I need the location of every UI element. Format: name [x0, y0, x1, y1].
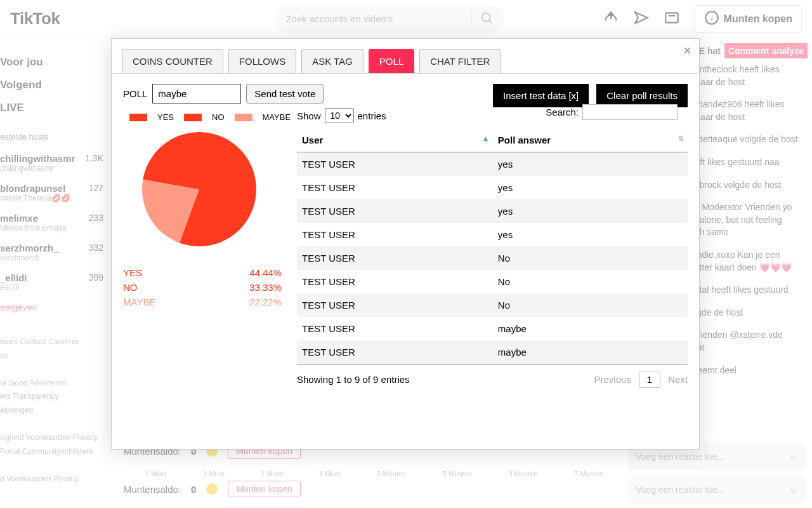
- table-row: TEST USERNo: [297, 293, 688, 317]
- table-search: Search:: [546, 104, 678, 120]
- page-number[interactable]: 1: [639, 371, 660, 388]
- cell-answer: maybe: [493, 317, 688, 340]
- cell-user: TEST USER: [297, 152, 493, 177]
- showing-text: Showing 1 to 9 of 9 entries: [297, 374, 410, 385]
- close-icon[interactable]: ×: [683, 43, 691, 59]
- cell-answer: yes: [493, 152, 688, 177]
- tab-poll[interactable]: POLL: [369, 49, 414, 73]
- tab-chat-filter[interactable]: CHAT FILTER: [419, 49, 501, 73]
- poll-text-input[interactable]: [152, 84, 241, 104]
- table-row: TEST USERyes: [297, 176, 688, 199]
- table-row: TEST USERNo: [297, 246, 688, 270]
- col-user-label: User: [302, 135, 323, 145]
- table-row: TEST USERmaybe: [297, 340, 688, 364]
- search-label: Search:: [546, 107, 579, 117]
- next-button[interactable]: Next: [668, 374, 688, 385]
- legend-swatch-maybe: [235, 114, 252, 121]
- cell-answer: yes: [493, 223, 688, 246]
- cell-user: TEST USER: [297, 270, 493, 293]
- cell-answer: No: [493, 293, 688, 317]
- cell-user: TEST USER: [297, 199, 493, 223]
- entries-select[interactable]: 10: [325, 108, 354, 123]
- col-answer[interactable]: Poll answer⇅: [493, 128, 688, 152]
- pct-value-yes: 44.44%: [249, 267, 282, 278]
- sort-icon: ⇅: [678, 135, 684, 143]
- prev-button[interactable]: Previous: [594, 374, 631, 385]
- table-row: TEST USERyes: [297, 199, 688, 223]
- poll-results-table: User▲ Poll answer⇅ TEST USERyesTEST USER…: [297, 128, 688, 364]
- tab-follows[interactable]: FOLLOWS: [228, 49, 296, 73]
- legend-maybe: MAYBE: [263, 112, 291, 122]
- table-search-input[interactable]: [582, 104, 678, 120]
- pie-chart: [142, 132, 256, 246]
- legend-swatch-yes: [129, 114, 147, 121]
- modal-tabs: COINS COUNTER FOLLOWS ASK TAG POLL CHAT …: [112, 39, 699, 73]
- pager: Previous 1 Next: [594, 371, 688, 388]
- table-row: TEST USERyes: [297, 152, 688, 177]
- pct-value-maybe: 22.22%: [249, 297, 282, 307]
- cell-answer: maybe: [493, 340, 688, 364]
- pct-label-maybe: MAYBE: [123, 297, 155, 307]
- legend-no: NO: [212, 112, 225, 122]
- cell-answer: yes: [493, 199, 688, 223]
- sort-asc-icon: ▲: [482, 135, 489, 142]
- show-label: Show: [297, 110, 321, 121]
- table-row: TEST USERyes: [297, 223, 688, 246]
- entries-label: entries: [358, 110, 386, 121]
- cell-answer: No: [493, 246, 688, 270]
- tab-coins-counter[interactable]: COINS COUNTER: [122, 49, 223, 73]
- cell-answer: yes: [493, 176, 688, 199]
- cell-user: TEST USER: [297, 340, 493, 364]
- modal-body: Insert test data [x] Clear poll results …: [113, 73, 698, 445]
- pct-value-no: 33.33%: [249, 282, 282, 293]
- cell-user: TEST USER: [297, 223, 493, 246]
- cell-answer: No: [493, 270, 688, 293]
- pct-label-yes: YES: [123, 267, 142, 278]
- percentage-list: YES44.44% NO33.33% MAYBE22.22%: [123, 265, 282, 309]
- table-row: TEST USERNo: [297, 270, 688, 293]
- col-user[interactable]: User▲: [297, 128, 493, 152]
- send-test-vote-button[interactable]: Send test vote: [246, 84, 324, 104]
- cell-user: TEST USER: [297, 317, 493, 340]
- cell-user: TEST USER: [297, 176, 493, 199]
- poll-label: POLL: [123, 88, 147, 99]
- legend-swatch-no: [184, 114, 202, 121]
- pct-label-no: NO: [123, 282, 138, 293]
- poll-modal: × COINS COUNTER FOLLOWS ASK TAG POLL CHA…: [111, 38, 700, 450]
- table-footer: Showing 1 to 9 of 9 entries Previous 1 N…: [297, 371, 688, 388]
- col-answer-label: Poll answer: [498, 135, 551, 145]
- table-pane: Show 10 entries Search: User▲ Poll answe…: [297, 108, 688, 388]
- cell-user: TEST USER: [297, 293, 493, 317]
- tab-ask-tag[interactable]: ASK TAG: [301, 49, 363, 73]
- cell-user: TEST USER: [297, 246, 493, 270]
- table-row: TEST USERmaybe: [297, 317, 688, 340]
- legend-yes: YES: [157, 112, 174, 122]
